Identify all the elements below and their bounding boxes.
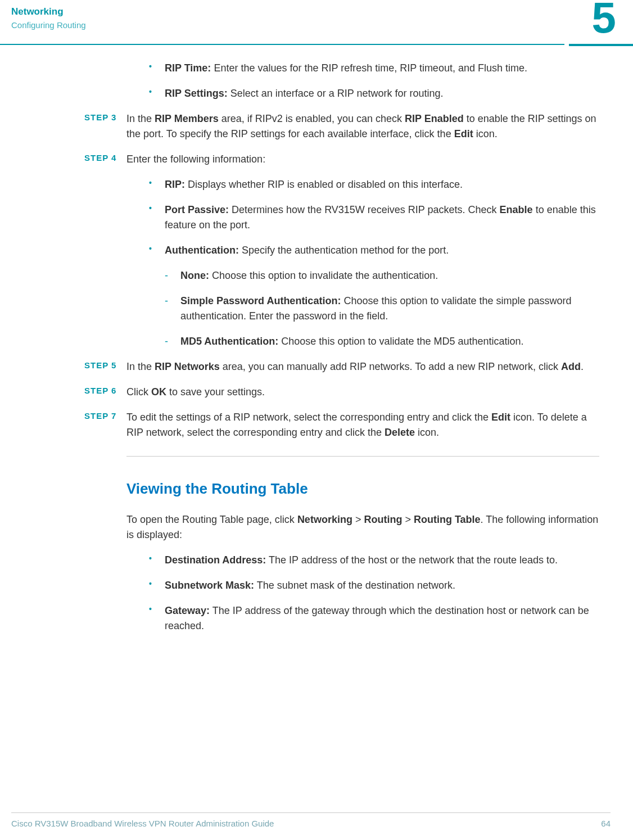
step-label: STEP 4 — [84, 152, 116, 165]
bullet-text: The IP address of the gateway through wh… — [165, 605, 589, 631]
step-3: STEP 3 In the RIP Members area, if RIPv2… — [126, 111, 599, 142]
step-4: STEP 4 Enter the following information: — [126, 152, 599, 167]
footer-title: Cisco RV315W Broadband Wireless VPN Rout… — [11, 818, 274, 830]
list-item: Subnetwork Mask: The subnet mask of the … — [149, 578, 599, 593]
bullet-text: Enter the values for the RIP refresh tim… — [211, 62, 527, 74]
header-subtitle: Configuring Routing — [11, 19, 611, 32]
section-divider — [126, 456, 599, 457]
sub-text: Choose this option to validate the MD5 a… — [278, 336, 523, 347]
step-text: Enter the following information: — [126, 153, 265, 165]
list-item: RIP Settings: Select an interface or a R… — [149, 86, 599, 101]
step-text: To edit the settings of a RIP network, s… — [126, 412, 587, 438]
header-title: Networking — [11, 4, 611, 19]
page-header: Networking Configuring Routing 5 — [0, 0, 633, 44]
list-item: RIP: Displays whether RIP is enabled or … — [149, 177, 599, 192]
sub-list-item: None: Choose this option to invalidate t… — [165, 268, 599, 283]
step-label: STEP 3 — [84, 111, 116, 124]
list-item: Authentication: Specify the authenticati… — [149, 243, 599, 258]
sub-list-item: Simple Password Authentication: Choose t… — [165, 293, 599, 324]
bullet-text: The IP address of the host or the networ… — [266, 554, 558, 566]
page-number: 64 — [601, 818, 611, 830]
section-heading: Viewing the Routing Table — [126, 478, 599, 500]
bullet-text: Specify the authentication method for th… — [239, 245, 449, 256]
header-divider-accent — [569, 44, 633, 46]
sub-label: MD5 Authentication: — [180, 336, 278, 347]
page-footer: Cisco RV315W Broadband Wireless VPN Rout… — [11, 812, 611, 830]
step-7: STEP 7 To edit the settings of a RIP net… — [126, 410, 599, 440]
step-label: STEP 7 — [84, 410, 116, 423]
sub-list-item: MD5 Authentication: Choose this option t… — [165, 334, 599, 349]
bullet-text: Select an interface or a RIP network for… — [228, 88, 444, 99]
bullet-label: Subnetwork Mask: — [165, 580, 254, 591]
chapter-number: 5 — [592, 0, 616, 39]
sub-label: Simple Password Authentication: — [180, 295, 341, 306]
step-label: STEP 5 — [84, 359, 116, 372]
list-item: Gateway: The IP address of the gateway t… — [149, 603, 599, 634]
list-item: RIP Time: Enter the values for the RIP r… — [149, 61, 599, 76]
section-intro: To open the Routing Table page, click Ne… — [126, 512, 599, 543]
step-5: STEP 5 In the RIP Networks area, you can… — [126, 359, 599, 374]
bullet-label: Gateway: — [165, 605, 210, 616]
bullet-label: RIP: — [165, 179, 185, 190]
step-label: STEP 6 — [84, 385, 116, 398]
step-6: STEP 6 Click OK to save your settings. — [126, 385, 599, 400]
bullet-text: The subnet mask of the destination netwo… — [254, 580, 455, 591]
list-item: Destination Address: The IP address of t… — [149, 553, 599, 568]
sub-label: None: — [180, 270, 209, 281]
bullet-text: Displays whether RIP is enabled or disab… — [185, 179, 463, 190]
sub-text: Choose this option to invalidate the aut… — [209, 270, 438, 281]
bullet-label: RIP Settings: — [165, 88, 228, 99]
bullet-label: Destination Address: — [165, 554, 266, 566]
step-text: In the RIP Members area, if RIPv2 is ena… — [126, 113, 596, 139]
bullet-label: Authentication: — [165, 245, 239, 256]
bullet-label: RIP Time: — [165, 62, 211, 74]
header-divider — [0, 44, 633, 45]
page-content: RIP Time: Enter the values for the RIP r… — [0, 44, 633, 634]
bullet-label: Port Passive: — [165, 204, 229, 215]
step-text: Click OK to save your settings. — [126, 386, 265, 398]
list-item: Port Passive: Determines how the RV315W … — [149, 202, 599, 233]
step-text: In the RIP Networks area, you can manual… — [126, 361, 584, 372]
